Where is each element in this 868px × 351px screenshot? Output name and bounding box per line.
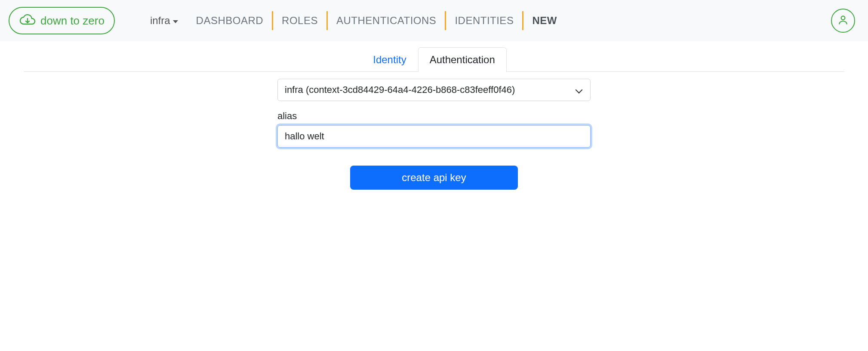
brand-text: down to zero — [40, 14, 105, 28]
svg-point-0 — [841, 16, 845, 20]
nav-item-authentications[interactable]: AUTHENTICATIONS — [328, 11, 445, 30]
alias-input[interactable] — [277, 125, 591, 148]
nav-item-identities[interactable]: IDENTITIES — [446, 11, 522, 30]
caret-down-icon — [173, 20, 178, 23]
nav-links: infra DASHBOARD ROLES AUTHENTICATIONS ID… — [141, 11, 566, 30]
tabs: Identity Authentication — [24, 41, 844, 72]
brand-logo[interactable]: down to zero — [9, 7, 115, 34]
cloud-download-icon — [19, 14, 36, 27]
user-icon — [837, 14, 849, 27]
nav-item-roles[interactable]: ROLES — [273, 11, 326, 30]
tab-identity[interactable]: Identity — [361, 47, 418, 72]
alias-label: alias — [277, 111, 591, 122]
create-api-key-button[interactable]: create api key — [350, 166, 517, 190]
auth-form: infra (context-3cd84429-64a4-4226-b868-c… — [273, 79, 595, 190]
context-select[interactable]: infra (context-3cd84429-64a4-4226-b868-c… — [277, 79, 591, 101]
profile-button[interactable] — [831, 9, 855, 33]
context-select-value: infra (context-3cd84429-64a4-4226-b868-c… — [285, 84, 515, 95]
top-navbar: down to zero infra DASHBOARD ROLES AUTHE… — [0, 0, 868, 41]
tab-authentication[interactable]: Authentication — [418, 47, 507, 72]
context-dropdown-label: infra — [150, 15, 170, 27]
main-content: Identity Authentication infra (context-3… — [0, 41, 868, 190]
nav-item-new[interactable]: NEW — [523, 11, 566, 30]
nav-item-dashboard[interactable]: DASHBOARD — [188, 11, 272, 30]
context-dropdown[interactable]: infra — [141, 15, 188, 27]
